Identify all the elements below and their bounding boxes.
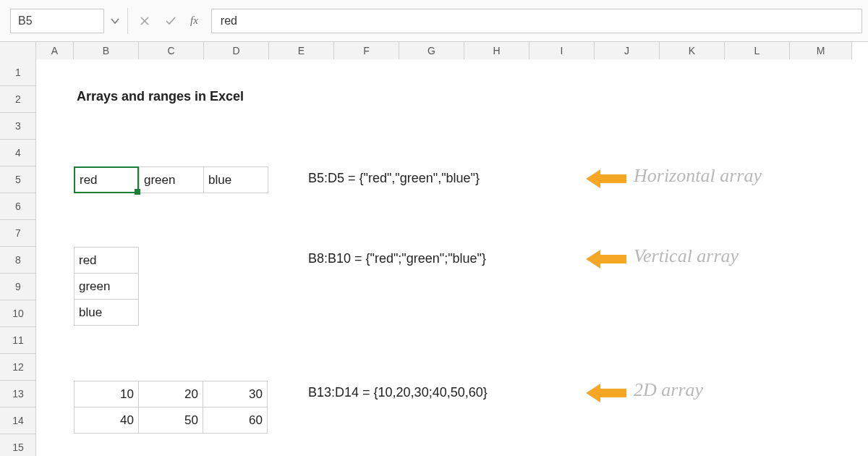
cell-value: green: [79, 279, 110, 294]
column-header[interactable]: C: [139, 42, 204, 59]
cell-value: 10: [120, 387, 134, 402]
check-icon[interactable]: [161, 10, 180, 32]
fill-handle[interactable]: [135, 189, 140, 195]
cell-value: 60: [249, 413, 263, 428]
cell[interactable]: 40: [74, 407, 139, 434]
column-header[interactable]: M: [790, 42, 852, 59]
spreadsheet-grid: ABCDEFGHIJKLM 123456789101112131415 Arra…: [0, 42, 868, 456]
column-header[interactable]: B: [74, 42, 139, 59]
divider: [127, 8, 128, 34]
annotation: Vertical array: [634, 245, 739, 267]
row-header[interactable]: 6: [0, 193, 36, 220]
arrow-left-icon: [586, 168, 626, 190]
selected-cell[interactable]: red: [74, 166, 139, 193]
formula-label: B5:D5 = {"red","green","blue"}: [308, 171, 480, 186]
cell-value: 40: [120, 413, 134, 428]
formula-bar[interactable]: red: [211, 9, 862, 33]
cell[interactable]: blue: [203, 166, 268, 193]
row-header[interactable]: 5: [0, 166, 36, 193]
name-box[interactable]: B5: [10, 9, 104, 33]
row-header[interactable]: 8: [0, 247, 36, 274]
namebox-wrap: B5: [10, 7, 126, 35]
cell-canvas[interactable]: Arrays and ranges in Excel red green blu…: [36, 59, 868, 456]
cell-value: 50: [184, 413, 198, 428]
column-header[interactable]: K: [660, 42, 725, 59]
formula-ribbon: B5 fx red: [0, 0, 868, 42]
formula-bar-buttons: fx: [132, 10, 204, 32]
fx-icon[interactable]: fx: [187, 14, 201, 27]
cell[interactable]: blue: [74, 299, 139, 326]
column-header[interactable]: D: [204, 42, 269, 59]
name-box-value: B5: [18, 14, 33, 28]
arrow-left-icon: [586, 382, 626, 404]
row-headers: 123456789101112131415: [0, 59, 36, 456]
row-header[interactable]: 4: [0, 140, 36, 166]
row-header[interactable]: 13: [0, 381, 36, 408]
page-title: Arrays and ranges in Excel: [77, 89, 244, 104]
arrow-left-icon: [586, 248, 626, 270]
column-header[interactable]: J: [595, 42, 660, 59]
cell[interactable]: 60: [203, 407, 268, 434]
annotation: 2D array: [634, 379, 703, 401]
column-header[interactable]: A: [36, 42, 74, 59]
row-header[interactable]: 1: [0, 59, 36, 86]
column-header[interactable]: L: [725, 42, 790, 59]
cell-value: 30: [249, 387, 263, 402]
column-header[interactable]: F: [334, 42, 399, 59]
formula-label: B8:B10 = {"red";"green";"blue"}: [308, 251, 486, 266]
row-header[interactable]: 9: [0, 274, 36, 300]
column-header[interactable]: H: [464, 42, 529, 59]
column-headers: ABCDEFGHIJKLM: [0, 42, 852, 59]
row-header[interactable]: 14: [0, 408, 36, 434]
row-header[interactable]: 15: [0, 434, 36, 456]
chevron-down-icon[interactable]: [104, 9, 126, 33]
cell[interactable]: 30: [203, 381, 268, 408]
cell-value: red: [80, 173, 98, 187]
formula-label: B13:D14 = {10,20,30;40,50,60}: [308, 385, 488, 400]
cell-value: blue: [208, 173, 231, 187]
column-header[interactable]: I: [529, 42, 595, 59]
cell[interactable]: 50: [138, 407, 203, 434]
row-header[interactable]: 10: [0, 300, 36, 327]
cell-value: 20: [184, 387, 198, 402]
annotation: Horizontal array: [634, 165, 762, 187]
cell-value: green: [144, 173, 175, 187]
row-header[interactable]: 2: [0, 86, 36, 113]
cell-value: red: [79, 253, 97, 268]
row-header[interactable]: 7: [0, 220, 36, 247]
column-header[interactable]: E: [269, 42, 334, 59]
cell[interactable]: 10: [74, 381, 139, 408]
select-all-corner[interactable]: [0, 42, 36, 59]
cancel-icon[interactable]: [135, 10, 154, 32]
row-header[interactable]: 11: [0, 327, 36, 354]
cell[interactable]: green: [139, 166, 204, 193]
row-header[interactable]: 12: [0, 354, 36, 381]
cell[interactable]: green: [74, 273, 139, 300]
cell-value: blue: [79, 305, 102, 320]
cell[interactable]: 20: [138, 381, 203, 408]
formula-bar-value: red: [221, 14, 237, 28]
row-header[interactable]: 3: [0, 113, 36, 140]
cell[interactable]: red: [74, 247, 139, 274]
column-header[interactable]: G: [399, 42, 464, 59]
